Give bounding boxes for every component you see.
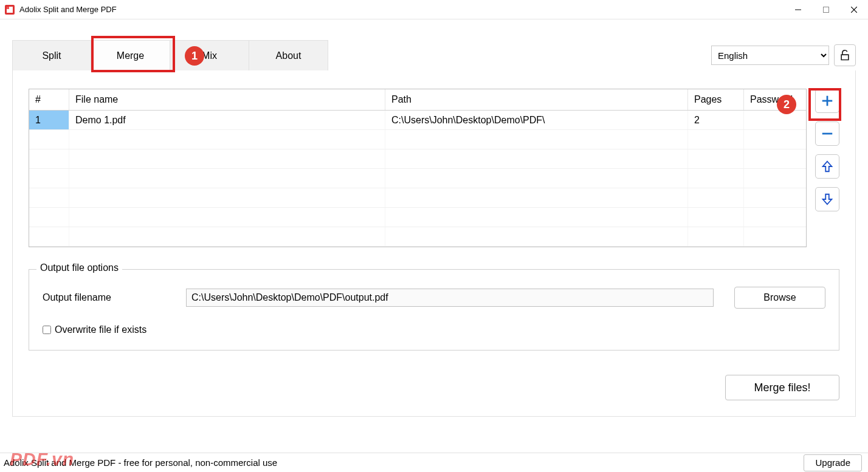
close-button[interactable] [840, 0, 868, 19]
file-table: # File name Path Pages Password 1 Demo 1… [29, 89, 807, 247]
tab-split[interactable]: Split [12, 40, 91, 70]
output-legend: Output file options [36, 262, 122, 273]
lock-button[interactable] [834, 44, 856, 66]
overwrite-label: Overwrite file if exists [55, 324, 146, 335]
move-down-button[interactable] [815, 187, 839, 211]
overwrite-checkbox-row[interactable]: Overwrite file if exists [43, 324, 146, 335]
tab-about[interactable]: About [249, 40, 328, 70]
remove-file-button[interactable] [815, 121, 839, 146]
status-text: Adolix Split and Merge PDF - free for pe… [4, 457, 277, 468]
output-filename-label: Output filename [43, 292, 186, 303]
status-bar: Adolix Split and Merge PDF - free for pe… [0, 453, 868, 472]
add-file-button[interactable] [815, 89, 839, 113]
tab-row: Split Merge Mix About English [12, 40, 856, 70]
output-filename-input[interactable] [186, 289, 714, 307]
move-up-button[interactable] [815, 154, 839, 179]
overwrite-checkbox[interactable] [43, 326, 51, 334]
arrow-up-icon [821, 160, 834, 173]
browse-button[interactable]: Browse [734, 287, 825, 309]
upgrade-button[interactable]: Upgrade [804, 454, 862, 471]
arrow-down-icon [821, 193, 834, 206]
col-num[interactable]: # [29, 89, 69, 110]
table-row[interactable] [29, 169, 806, 188]
language-select[interactable]: English [711, 46, 829, 65]
table-row[interactable] [29, 227, 806, 247]
tab-merge[interactable]: Merge [91, 40, 170, 70]
table-row[interactable] [29, 130, 806, 149]
svg-rect-2 [7, 7, 9, 9]
titlebar: Adolix Split and Merge PDF [0, 0, 868, 19]
output-options: Output file options Output filename Brow… [29, 269, 839, 351]
merge-button[interactable]: Merge files! [725, 375, 839, 400]
svg-rect-4 [824, 7, 829, 12]
minimize-button[interactable] [784, 0, 812, 19]
window-title: Adolix Split and Merge PDF [19, 5, 117, 14]
table-row[interactable] [29, 208, 806, 227]
col-file[interactable]: File name [69, 89, 385, 110]
col-pages[interactable]: Pages [688, 89, 744, 110]
table-row[interactable] [29, 188, 806, 208]
unlock-icon [839, 49, 851, 61]
app-icon [5, 5, 15, 15]
maximize-button[interactable] [812, 0, 840, 19]
plus-icon [821, 94, 834, 108]
minus-icon [821, 127, 834, 140]
col-password[interactable]: Password [744, 89, 806, 110]
table-row[interactable]: 1 Demo 1.pdf C:\Users\John\Desktop\Demo\… [29, 111, 806, 130]
table-row[interactable] [29, 149, 806, 169]
col-path[interactable]: Path [385, 89, 688, 110]
tab-mix[interactable]: Mix [170, 40, 249, 70]
